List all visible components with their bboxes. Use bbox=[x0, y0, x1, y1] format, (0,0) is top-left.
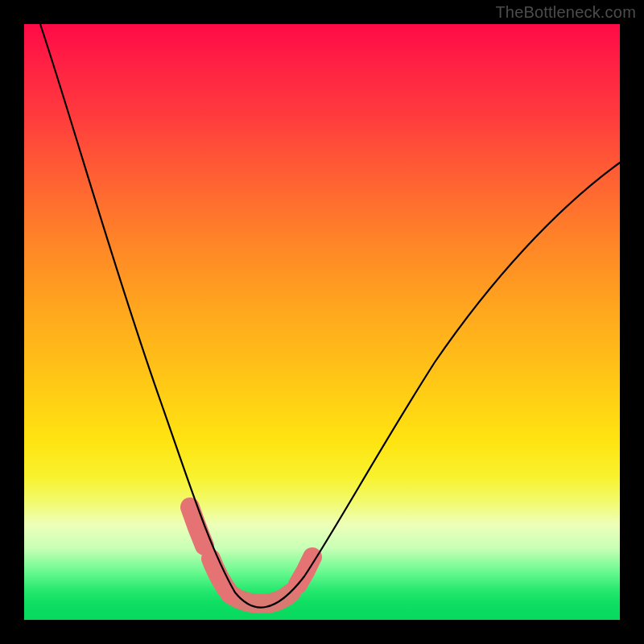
chart-svg bbox=[24, 24, 620, 620]
watermark-text: TheBottleneck.com bbox=[495, 3, 636, 22]
outer-frame: TheBottleneck.com bbox=[0, 0, 644, 644]
worm-seg-1 bbox=[190, 507, 204, 546]
plot-area bbox=[24, 24, 620, 620]
bottleneck-curve-line bbox=[40, 24, 620, 608]
worm-seg-3 bbox=[298, 557, 312, 584]
